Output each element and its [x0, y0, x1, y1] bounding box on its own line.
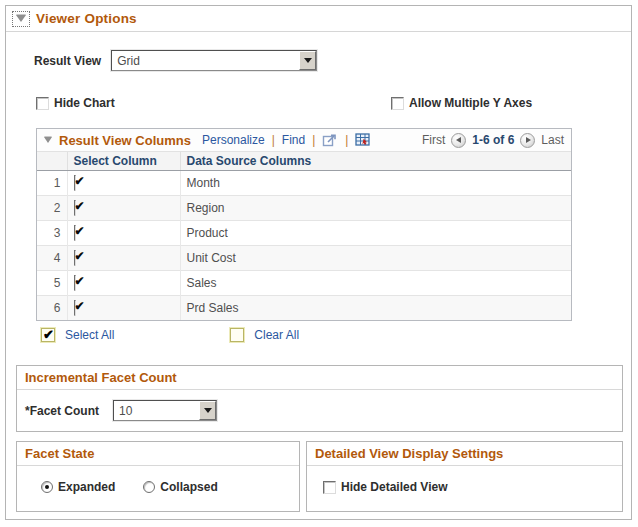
row-number-header	[37, 152, 67, 170]
incremental-facet-count-box: Incremental Facet Count *Facet Count 10	[16, 365, 623, 432]
dropdown-arrow-icon[interactable]	[299, 51, 316, 70]
page-header: Viewer Options	[6, 6, 631, 32]
row-number: 6	[37, 295, 67, 320]
next-page-icon[interactable]	[520, 133, 535, 148]
clear-all-link[interactable]: Clear All	[254, 328, 299, 342]
previous-page-icon[interactable]	[451, 133, 466, 148]
data-source-column: Product	[180, 220, 571, 245]
facet-count-row: *Facet Count 10	[17, 390, 622, 421]
data-source-column: Prd Sales	[180, 295, 571, 320]
hide-detailed-view-option: Hide Detailed View	[323, 480, 447, 494]
detailed-view-settings-box: Detailed View Display Settings Hide Deta…	[306, 441, 623, 512]
toolbar-separator: |	[272, 133, 275, 147]
row-number: 3	[37, 220, 67, 245]
result-view-select[interactable]: Grid	[111, 50, 317, 71]
select-clear-row: Select All Clear All	[41, 328, 299, 342]
detailed-view-settings-header: Detailed View Display Settings	[307, 442, 622, 466]
expanded-option: Expanded	[41, 480, 115, 494]
data-source-columns-header: Data Source Columns	[180, 152, 571, 170]
grid-navbar: Result View Columns Personalize | Find |…	[37, 129, 571, 152]
incremental-facet-count-title: Incremental Facet Count	[25, 370, 177, 385]
select-column-header: Select Column	[67, 152, 180, 170]
personalize-link[interactable]: Personalize	[202, 133, 265, 147]
collapsed-label: Collapsed	[160, 480, 217, 494]
row-number: 5	[37, 270, 67, 295]
allow-multiple-y-axes-option: Allow Multiple Y Axes	[391, 96, 532, 110]
facet-count-value: 10	[114, 401, 199, 420]
select-column-checkbox[interactable]	[74, 250, 76, 266]
grid-title: Result View Columns	[59, 133, 191, 148]
select-column-checkbox[interactable]	[74, 175, 76, 191]
find-link[interactable]: Find	[282, 133, 305, 147]
facet-count-label: *Facet Count	[25, 404, 99, 418]
table-header-row: Select Column Data Source Columns	[37, 152, 571, 170]
facet-state-box: Facet State Expanded Collapsed	[16, 441, 300, 512]
detailed-view-settings-title: Detailed View Display Settings	[315, 446, 503, 461]
toolbar-separator: |	[312, 133, 315, 147]
row-number: 1	[37, 170, 67, 195]
table-row: 6 Prd Sales	[37, 295, 571, 320]
data-source-column: Month	[180, 170, 571, 195]
hide-detailed-view-checkbox[interactable]	[323, 481, 336, 494]
hide-chart-label: Hide Chart	[54, 96, 115, 110]
select-column-checkbox[interactable]	[74, 275, 76, 291]
toolbar-separator: |	[345, 133, 348, 147]
facet-state-options: Expanded Collapsed	[17, 466, 299, 494]
page-frame: Viewer Options Result View Grid Hide Cha…	[5, 5, 632, 520]
select-all-icon[interactable]	[41, 328, 55, 342]
download-to-excel-icon[interactable]	[355, 133, 371, 148]
expanded-radio[interactable]	[41, 481, 53, 493]
allow-multiple-y-axes-label: Allow Multiple Y Axes	[409, 96, 532, 110]
select-column-checkbox[interactable]	[74, 200, 76, 216]
select-column-checkbox[interactable]	[74, 225, 76, 241]
hide-detailed-view-row: Hide Detailed View	[307, 466, 622, 494]
section-collapse-button[interactable]	[12, 11, 30, 27]
select-all-link[interactable]: Select All	[65, 328, 114, 342]
table-row: 1 Month	[37, 170, 571, 195]
collapsed-radio[interactable]	[143, 481, 155, 493]
row-number: 4	[37, 245, 67, 270]
facet-state-title: Facet State	[25, 446, 94, 461]
columns-table: Select Column Data Source Columns 1 Mont…	[37, 152, 571, 320]
result-view-label: Result View	[34, 54, 101, 68]
data-source-column: Region	[180, 195, 571, 220]
collapsed-option: Collapsed	[143, 480, 217, 494]
pagination-first[interactable]: First	[422, 133, 445, 147]
collapse-triangle-icon	[16, 15, 26, 22]
hide-chart-checkbox[interactable]	[36, 97, 49, 110]
data-source-column: Unit Cost	[180, 245, 571, 270]
table-row: 5 Sales	[37, 270, 571, 295]
grid-pagination: First 1-6 of 6 Last	[422, 133, 564, 148]
grid-collapse-button[interactable]	[44, 137, 52, 143]
clear-all-icon[interactable]	[230, 328, 244, 342]
select-column-checkbox[interactable]	[74, 300, 76, 316]
pagination-range: 1-6 of 6	[472, 133, 514, 147]
table-row: 2 Region	[37, 195, 571, 220]
hide-detailed-view-label: Hide Detailed View	[341, 480, 447, 494]
expanded-label: Expanded	[58, 480, 115, 494]
result-view-row: Result View Grid	[34, 50, 317, 71]
table-row: 3 Product	[37, 220, 571, 245]
facet-state-header: Facet State	[17, 442, 299, 466]
pagination-last[interactable]: Last	[541, 133, 564, 147]
viewer-options-page: Viewer Options Result View Grid Hide Cha…	[0, 0, 638, 527]
collapse-triangle-icon	[44, 137, 52, 143]
dropdown-arrow-icon[interactable]	[199, 401, 216, 420]
facet-count-select[interactable]: 10	[113, 400, 217, 421]
result-view-value: Grid	[112, 51, 299, 70]
page-title: Viewer Options	[36, 11, 137, 26]
zoom-popup-icon[interactable]	[322, 133, 338, 147]
data-source-column: Sales	[180, 270, 571, 295]
row-number: 2	[37, 195, 67, 220]
incremental-facet-count-header: Incremental Facet Count	[17, 366, 622, 390]
result-view-columns-grid: Result View Columns Personalize | Find |…	[36, 128, 572, 321]
table-row: 4 Unit Cost	[37, 245, 571, 270]
allow-multiple-y-axes-checkbox[interactable]	[391, 97, 404, 110]
hide-chart-option: Hide Chart	[36, 96, 115, 110]
